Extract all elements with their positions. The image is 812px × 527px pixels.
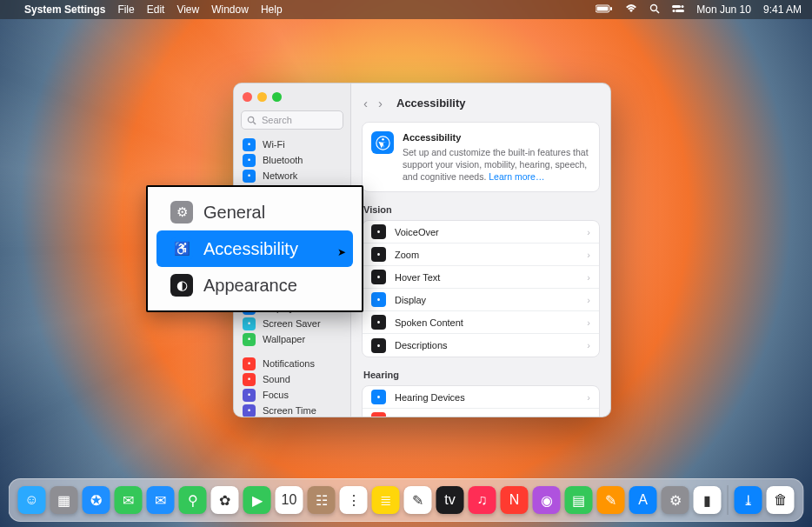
dock-app-safari[interactable]: ✪ [83,486,110,514]
dock-app-photos[interactable]: ✿ [211,486,239,514]
screen-time-icon: • [243,404,256,417]
dock-app-finder[interactable]: ☺ [18,486,46,514]
zoom-icon: • [371,247,386,262]
row-hover-text[interactable]: •Hover Text› [363,266,599,289]
dock-app-iphone[interactable]: ▮ [694,486,722,514]
svg-point-6 [682,5,684,8]
svg-rect-1 [597,7,609,11]
svg-line-10 [253,122,256,124]
row-voiceover[interactable]: •VoiceOver› [363,221,599,243]
dock-app-maps[interactable]: ⚲ [179,486,207,514]
row-label: Zoom [395,250,419,260]
sidebar-item-label: Notifications [263,358,315,369]
dock-app-podcasts[interactable]: ◉ [533,486,561,514]
callout-item-label: Accessibility [203,239,298,259]
callout-item-appearance[interactable]: ◐Appearance [156,267,353,304]
mouse-cursor: ➤ [337,246,346,258]
section-label-vision: Vision [363,204,598,215]
dock-app-notes[interactable]: ≣ [372,486,400,514]
sidebar-item-notifications[interactable]: •Notifications [237,356,347,371]
svg-rect-5 [672,5,681,8]
row-label: Descriptions [395,340,448,350]
row-label: Hearing Devices [395,392,465,403]
dock-app-freeform[interactable]: ✎ [404,486,432,514]
sound-icon: • [243,373,256,386]
sidebar-item-wi-fi[interactable]: •Wi-Fi [237,137,347,152]
menu-file[interactable]: File [117,3,134,16]
sidebar-search-input[interactable]: Search [241,110,343,130]
sidebar-item-focus[interactable]: •Focus [237,387,347,403]
dock-app-music[interactable]: ♫ [469,486,496,514]
learn-more-link[interactable]: Learn more… [489,171,544,182]
sidebar-item-label: Screen Time [263,405,316,416]
menu-view[interactable]: View [176,3,199,16]
sidebar-item-wallpaper[interactable]: •Wallpaper [237,331,347,347]
dock-app-downloads[interactable]: ⤓ [735,486,762,514]
search-icon [247,116,256,125]
callout-item-general[interactable]: ⚙General [156,194,353,230]
sidebar-item-network[interactable]: •Network [237,168,347,183]
battery-icon[interactable] [596,3,613,16]
row-display[interactable]: •Display› [363,289,599,311]
content-scroll[interactable]: Accessibility Set up and customize the b… [351,122,610,417]
spotlight-icon[interactable] [649,3,660,17]
dock-app-numbers[interactable]: ▤ [565,486,593,514]
sidebar-item-screen-saver[interactable]: •Screen Saver [237,316,347,331]
dock-app-calendar[interactable]: 10 [276,486,303,514]
app-menu[interactable]: System Settings [24,3,105,16]
menubar-time[interactable]: 9:41 AM [763,3,802,16]
window-zoom-button[interactable] [272,92,282,102]
wifi-icon[interactable] [625,3,637,16]
network-icon: • [243,170,256,183]
sidebar-item-bluetooth[interactable]: •Bluetooth [237,152,347,168]
dock-app-launchpad[interactable]: ▦ [50,486,78,514]
dock-app-contacts[interactable]: ☷ [308,486,336,514]
sidebar-item-label: Focus [263,390,289,400]
dock-app-pages[interactable]: ✎ [597,486,625,514]
row-audio[interactable]: •Audio› [363,409,599,417]
sidebar-item-label: Screen Saver [263,318,321,329]
dock-app-trash[interactable]: 🗑 [767,486,795,514]
menu-help[interactable]: Help [261,3,283,16]
settings-content: ‹ › Accessibility Accessibility Set up a… [351,83,610,417]
menu-window[interactable]: Window [211,3,249,16]
info-heading: Accessibility [403,131,590,144]
window-close-button[interactable] [243,92,252,102]
control-center-icon[interactable] [672,3,684,16]
chevron-right-icon: › [587,227,590,237]
dock-app-facetime[interactable]: ▶ [243,486,271,514]
dock-app-messages[interactable]: ✉ [115,486,143,514]
callout-item-accessibility[interactable]: ♿Accessibility [156,230,353,267]
accessibility-icon [371,131,394,154]
dock-app-tv[interactable]: tv [436,486,464,514]
sidebar-item-sound[interactable]: •Sound [237,371,347,387]
row-zoom[interactable]: •Zoom› [363,243,599,266]
row-spoken-content[interactable]: •Spoken Content› [363,311,599,334]
sidebar-item-label: Bluetooth [263,155,303,165]
row-hearing-devices[interactable]: •Hearing Devices› [363,386,599,409]
audio-icon: • [371,412,386,417]
menubar-date[interactable]: Mon Jun 10 [696,3,751,16]
notifications-icon: • [243,357,256,370]
hearing-icon: • [371,390,386,404]
nav-back-button[interactable]: ‹ [362,94,369,112]
row-descriptions[interactable]: •Descriptions› [363,334,599,357]
nav-forward-button[interactable]: › [376,94,384,112]
window-minimize-button[interactable] [257,92,267,102]
dock-app-systemsettings[interactable]: ⚙ [662,486,689,514]
descriptions-icon: • [371,338,386,353]
chevron-right-icon: › [587,392,590,403]
page-title: Accessibility [396,97,466,110]
menu-edit[interactable]: Edit [147,3,165,16]
spoken-icon: • [371,315,386,330]
dock-app-reminders[interactable]: ⋮ [340,486,368,514]
chevron-right-icon: › [587,272,590,283]
dock-app-app-store[interactable]: A [629,486,657,514]
wallpaper-icon: • [243,333,256,346]
sidebar-item-screen-time[interactable]: •Screen Time [237,403,347,417]
dock-app-news[interactable]: N [501,486,529,514]
screen-saver-icon: • [243,317,256,330]
dock-app-mail[interactable]: ✉ [147,486,175,514]
focus-icon: • [243,389,256,402]
sidebar-item-label: Network [263,170,297,181]
